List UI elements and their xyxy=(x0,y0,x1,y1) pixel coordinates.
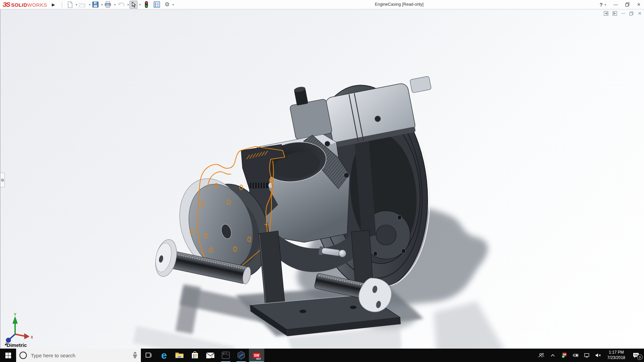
edge-icon: e xyxy=(161,350,167,360)
clock-date: 7/23/2018 xyxy=(607,355,625,361)
gear-icon: ⚙ xyxy=(165,2,170,7)
open-document-caret-icon[interactable]: ▾ xyxy=(89,3,91,6)
undo-button[interactable] xyxy=(116,1,126,9)
app-restore-button[interactable] xyxy=(625,2,630,7)
help-button[interactable]: ? ▾ xyxy=(599,2,607,7)
properties-list-icon xyxy=(154,1,160,8)
task-view-icon xyxy=(145,352,152,358)
new-document-icon xyxy=(67,1,73,8)
start-button[interactable] xyxy=(0,349,16,362)
taskbar-app-command-prompt[interactable]: C:\_ xyxy=(218,349,233,362)
network-status[interactable] xyxy=(582,349,592,362)
top-left-box xyxy=(286,82,332,140)
action-center-button[interactable]: 3 xyxy=(629,349,643,362)
mail-icon xyxy=(206,352,215,359)
app-window-controls: ? ▾ — ✕ xyxy=(599,0,641,9)
graphics-viewport[interactable]: — ✕ xyxy=(0,9,644,349)
taskbar-app-microsoft-store[interactable] xyxy=(187,349,203,362)
taskbar-app-file-explorer[interactable] xyxy=(172,349,187,362)
taskbar-clock[interactable]: 1:17 PM 7/23/2018 xyxy=(605,350,628,360)
solidworks-2017-icon: SW 2017 xyxy=(252,351,262,360)
select-tool-caret-icon[interactable]: ▾ xyxy=(139,3,141,6)
task-view-button[interactable] xyxy=(141,349,156,362)
battery-status[interactable] xyxy=(571,349,581,362)
undo-caret-icon[interactable]: ▾ xyxy=(127,3,129,6)
svg-text:C:\_: C:\_ xyxy=(223,353,229,355)
svg-text:2017: 2017 xyxy=(256,358,261,360)
solidworks-tray-status[interactable]: SW xyxy=(559,349,569,362)
new-document-caret-icon[interactable]: ▾ xyxy=(76,3,77,6)
properties-list-button[interactable] xyxy=(153,1,161,9)
select-cursor-icon xyxy=(131,2,136,8)
microphone-icon[interactable] xyxy=(132,352,138,359)
view-orientation-label: *Dimetric xyxy=(5,342,27,348)
solidworks-ds-icon: ЗS xyxy=(3,1,10,8)
open-folder-icon xyxy=(79,2,86,8)
chevron-up-icon xyxy=(551,354,555,357)
solidworks-application: ЗS SOLID WORKS ▶ ▾ ▾ xyxy=(0,0,644,362)
x-axis-label: X xyxy=(31,336,33,339)
menu-flyout-arrow-icon[interactable]: ▶ xyxy=(50,2,56,8)
hexagon-3d-app-icon xyxy=(237,351,246,360)
taskbar-app-3d-hexagon[interactable] xyxy=(233,349,249,362)
tray-overflow-chevron[interactable] xyxy=(548,349,558,362)
toolbar-separator xyxy=(62,1,62,8)
clock-time: 1:17 PM xyxy=(607,350,625,355)
title-bar: ЗS SOLID WORKS ▶ ▾ ▾ xyxy=(0,0,644,9)
command-prompt-icon: C:\_ xyxy=(222,352,230,359)
x-axis-arrow-icon xyxy=(24,334,29,339)
solidworks-logo: ЗS SOLID WORKS xyxy=(3,1,47,8)
select-tool-button[interactable] xyxy=(129,1,138,9)
doc-restore-button[interactable] xyxy=(629,11,634,16)
people-icon xyxy=(538,353,544,358)
doc-close-button[interactable]: ✕ xyxy=(638,11,642,16)
volume-status[interactable] xyxy=(593,349,603,362)
cortana-icon xyxy=(19,352,27,359)
file-explorer-icon xyxy=(175,352,184,359)
y-axis-label: Y xyxy=(14,313,16,316)
taskbar-app-mail[interactable] xyxy=(203,349,218,362)
doc-restore-icon xyxy=(629,11,634,16)
people-button[interactable] xyxy=(536,349,546,362)
document-title: EngineCasing [Read-only] xyxy=(342,2,456,7)
app-close-button[interactable]: ✕ xyxy=(636,2,641,7)
solidworks-status-check-icon: SW xyxy=(561,352,567,359)
save-caret-icon[interactable]: ▾ xyxy=(101,3,103,6)
feature-manager-collapsed-tab[interactable] xyxy=(0,173,5,187)
save-button[interactable] xyxy=(91,1,100,9)
logo-text-solid: SOLID xyxy=(11,2,27,8)
help-icon: ? xyxy=(599,2,602,7)
open-document-button[interactable] xyxy=(78,1,87,9)
taskbar-search-box[interactable] xyxy=(16,349,141,362)
model-canvas[interactable] xyxy=(0,9,644,349)
windows-taskbar: e xyxy=(0,349,644,362)
document-window-controls: — ✕ xyxy=(604,11,642,16)
network-icon xyxy=(584,353,590,358)
y-axis-arrow-icon xyxy=(13,317,17,323)
taskbar-app-solidworks[interactable]: SW 2017 xyxy=(249,349,264,362)
print-icon xyxy=(104,1,111,8)
restore-icon xyxy=(625,2,630,7)
search-input[interactable] xyxy=(30,352,129,359)
print-button[interactable] xyxy=(103,1,112,9)
taskbar-app-edge[interactable]: e xyxy=(156,349,172,362)
options-button[interactable]: ⚙ xyxy=(164,1,171,9)
new-document-button[interactable] xyxy=(66,1,74,9)
collapse-pane-left-icon xyxy=(604,11,608,16)
display-states-button[interactable] xyxy=(144,1,149,9)
collapse-pane-left-button[interactable] xyxy=(604,11,608,16)
orientation-triad: Y X Z xyxy=(3,313,37,346)
doc-minimize-button[interactable]: — xyxy=(621,11,625,16)
help-caret-icon: ▾ xyxy=(605,3,606,6)
system-tray: SW xyxy=(536,349,644,362)
expand-pane-right-button[interactable] xyxy=(612,11,617,16)
z-axis-arrow-icon xyxy=(6,338,11,343)
expand-pane-right-icon xyxy=(612,11,617,16)
save-floppy-icon xyxy=(92,1,99,8)
traffic-light-icon xyxy=(145,1,148,8)
options-caret-icon[interactable]: ▾ xyxy=(172,3,174,6)
app-minimize-button[interactable]: — xyxy=(613,2,619,7)
volume-muted-icon xyxy=(595,353,601,358)
svg-text:SW: SW xyxy=(254,354,260,357)
print-caret-icon[interactable]: ▾ xyxy=(114,3,116,6)
